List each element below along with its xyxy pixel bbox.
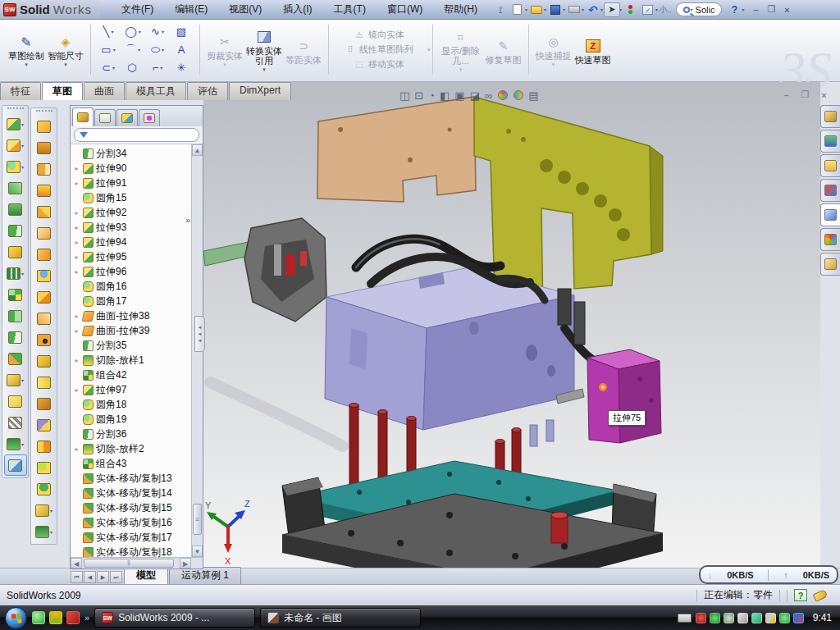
swept-cut-icon[interactable] [33, 158, 56, 180]
doc-minimize-button[interactable]: – [779, 89, 793, 101]
tree-item[interactable]: 实体-移动/复制18 [71, 545, 191, 557]
arc-icon[interactable]: ⌒▾ [121, 43, 145, 57]
tab-nav-button[interactable]: ◀ [84, 571, 96, 583]
wrap-icon[interactable] [4, 241, 27, 262]
tree-item[interactable]: 圆角17 [71, 294, 191, 308]
network-warning-icon[interactable] [765, 613, 776, 623]
tab-nav-button[interactable]: ⏮ [71, 571, 83, 583]
scroll-right-icon[interactable]: ▶ [180, 558, 191, 568]
swept-boss-icon[interactable] [4, 177, 27, 199]
sync-icon[interactable] [751, 613, 762, 623]
tree-item[interactable]: 拉伸93 [71, 220, 191, 235]
tree-item[interactable]: 实体-移动/复制15 [71, 500, 191, 515]
text-icon[interactable]: A [170, 43, 194, 56]
help-icon[interactable]: ? [726, 2, 742, 17]
boundary-boss-icon[interactable] [4, 199, 27, 220]
antivirus-shield-icon[interactable] [696, 613, 706, 623]
view-orientation-icon[interactable]: ▣ [454, 89, 464, 102]
indent-icon[interactable] [33, 393, 56, 414]
tree-item[interactable]: 分割36 [71, 427, 191, 441]
tab-nav-button[interactable]: ▶ [97, 571, 109, 583]
expand-arrow-icon[interactable] [73, 253, 80, 261]
expand-arrow-icon[interactable] [73, 357, 80, 364]
lofted-boss-icon[interactable] [33, 180, 56, 201]
expand-arrow-icon[interactable] [73, 386, 80, 394]
open-icon[interactable] [528, 2, 545, 17]
apply-scene-icon[interactable] [513, 90, 523, 100]
scroll-left-icon[interactable]: ◀ [71, 558, 82, 568]
rapid-sketch-button[interactable]: Z 快速草图 [573, 35, 613, 65]
toolbar-overflow-label[interactable]: 小.. [659, 2, 672, 17]
tree-item[interactable]: 切除-放样1 [71, 353, 191, 368]
panel-collapse-handle[interactable]: ◂◂◂ [194, 316, 205, 352]
view-settings-icon[interactable]: ▤ [528, 89, 538, 102]
language-keyboard-icon[interactable] [678, 614, 692, 623]
search-box[interactable]: ▾ Solic [676, 2, 723, 16]
curve-icon[interactable]: ▾ [4, 433, 27, 454]
flag-icon[interactable] [33, 414, 56, 436]
sketch-button[interactable]: ✎ 草图绘制 ▾ [7, 31, 46, 68]
close-button[interactable]: × [780, 4, 793, 16]
deform-icon[interactable] [33, 222, 56, 244]
menu-item[interactable]: 工具(T) [324, 1, 376, 18]
volume-icon[interactable] [737, 613, 748, 623]
new-document-icon[interactable] [509, 2, 526, 17]
expand-arrow-icon[interactable] [73, 209, 80, 217]
model-tab[interactable]: 运动算例 1 [169, 567, 241, 584]
scroll-up-icon[interactable]: ▲ [192, 144, 203, 156]
menu-item[interactable]: 帮助(H) [434, 1, 487, 18]
fillet-icon[interactable]: ▾ [4, 156, 27, 177]
selection-box-icon[interactable]: ▧ [170, 25, 194, 38]
tree-item[interactable]: 拉伸92 [71, 205, 191, 220]
zoom-to-area-icon[interactable]: ⊡ [414, 89, 423, 102]
split-icon[interactable] [4, 326, 27, 348]
command-tab[interactable]: 特征 [0, 82, 41, 100]
slot-icon[interactable]: ⊂▾ [96, 62, 121, 74]
tab-nav-button[interactable]: ⏭ [110, 571, 122, 583]
toolbar-grip[interactable] [36, 110, 52, 114]
tree-item[interactable]: 拉伸96 [71, 264, 191, 279]
tree-item[interactable]: 拉伸91 [71, 176, 191, 190]
print-icon[interactable] [566, 2, 582, 17]
shell-icon[interactable] [33, 350, 56, 372]
smart-dimension-button[interactable]: ◈ 智能尺寸 ▾ [46, 31, 85, 68]
tree-item[interactable]: 拉伸94 [71, 235, 191, 249]
circle-icon[interactable]: ◯▾ [121, 25, 145, 38]
magnifying-glass-icon[interactable]: ◔ [428, 89, 435, 102]
minimize-button[interactable]: – [749, 4, 762, 16]
curves-icon[interactable]: ▾ [33, 521, 56, 542]
dome-body-icon[interactable] [33, 478, 56, 500]
boundary-cut-icon[interactable] [4, 220, 27, 241]
command-tab[interactable]: DimXpert [229, 82, 291, 100]
flex-icon[interactable] [33, 201, 56, 222]
hide-show-items-icon[interactable]: ∞ [485, 89, 492, 102]
spline-icon[interactable]: ∿▾ [145, 25, 170, 38]
measure-icon[interactable] [4, 454, 27, 476]
tree-item[interactable]: 实体-移动/复制17 [71, 530, 191, 545]
model-tab[interactable]: 模型 [124, 567, 168, 584]
taskbar-button[interactable]: SW SolidWorks 2009 - ... [94, 608, 255, 628]
blocked-service-icon[interactable] [793, 613, 804, 623]
expand-arrow-icon[interactable] [73, 180, 80, 187]
magenta-block[interactable] [587, 349, 661, 443]
tree-item[interactable]: 切除-放样2 [71, 441, 191, 456]
menu-item[interactable]: 编辑(E) [165, 1, 217, 18]
start-button[interactable] [5, 607, 27, 629]
tree-item[interactable]: 曲面-拉伸39 [71, 323, 191, 338]
scroll-thumb[interactable] [193, 504, 202, 535]
tree-item[interactable]: 分割35 [71, 338, 191, 353]
rebuild-traffic-light-icon[interactable] [623, 2, 639, 17]
scroll-down-icon[interactable]: ▼ [192, 546, 203, 557]
tree-item[interactable]: 拉伸95 [71, 249, 191, 264]
expand-arrow-icon[interactable] [73, 239, 80, 246]
move-copy-body-icon[interactable] [33, 286, 56, 308]
plane-icon[interactable] [4, 390, 27, 412]
pattern-icon[interactable]: ▾ [4, 262, 27, 284]
menu-item[interactable]: 文件(F) [112, 1, 163, 18]
revolved-boss-icon[interactable] [33, 116, 56, 137]
display-style-icon[interactable]: ◪ [470, 89, 480, 102]
taskbar-button[interactable]: 未命名 - 画图 [260, 608, 421, 628]
sketch-fillet-icon[interactable]: ⌐▾ [145, 62, 170, 74]
tree-item[interactable]: 组合42 [71, 368, 191, 382]
tree-item[interactable]: 组合43 [71, 456, 191, 471]
